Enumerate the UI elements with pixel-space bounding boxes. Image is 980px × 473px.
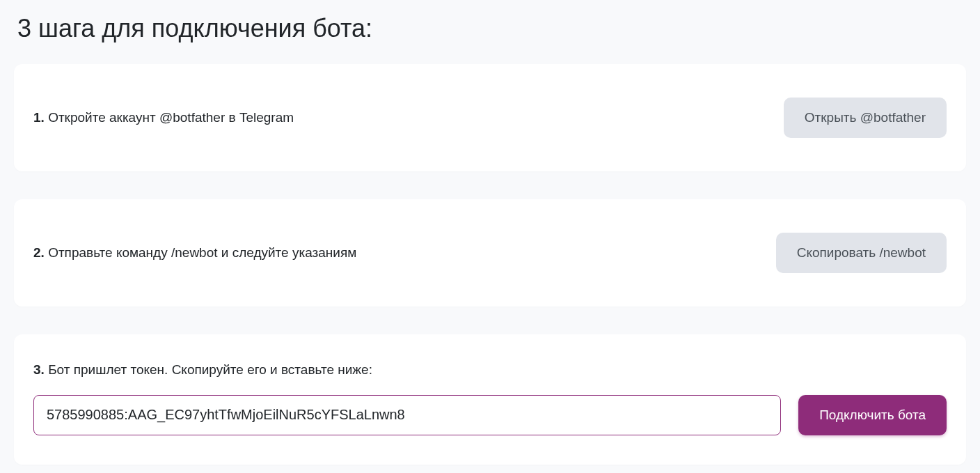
step-3-desc: Бот пришлет токен. Скопируйте его и вста… xyxy=(45,362,372,377)
copy-newbot-button[interactable]: Скопировать /newbot xyxy=(776,233,947,273)
open-botfather-button[interactable]: Открыть @botfather xyxy=(784,98,947,138)
step-1-text: 1. Откройте аккаунт @botfather в Telegra… xyxy=(33,109,294,127)
step-3-row: Подключить бота xyxy=(33,395,947,435)
step-1-number: 1. xyxy=(33,110,45,125)
connect-bot-button[interactable]: Подключить бота xyxy=(798,395,947,435)
step-1-desc: Откройте аккаунт @botfather в Telegram xyxy=(45,110,294,125)
token-input[interactable] xyxy=(33,395,781,435)
step-2-card: 2. Отправьте команду /newbot и следуйте … xyxy=(14,199,966,307)
step-1-card: 1. Откройте аккаунт @botfather в Telegra… xyxy=(14,64,966,171)
step-2-text: 2. Отправьте команду /newbot и следуйте … xyxy=(33,244,356,263)
step-2-number: 2. xyxy=(33,245,45,260)
step-3-text: 3. Бот пришлет токен. Скопируйте его и в… xyxy=(33,361,947,380)
step-2-desc: Отправьте команду /newbot и следуйте ука… xyxy=(45,245,356,260)
page-title: 3 шага для подключения бота: xyxy=(14,14,966,43)
step-3-number: 3. xyxy=(33,362,45,377)
step-3-card: 3. Бот пришлет токен. Скопируйте его и в… xyxy=(14,334,966,465)
